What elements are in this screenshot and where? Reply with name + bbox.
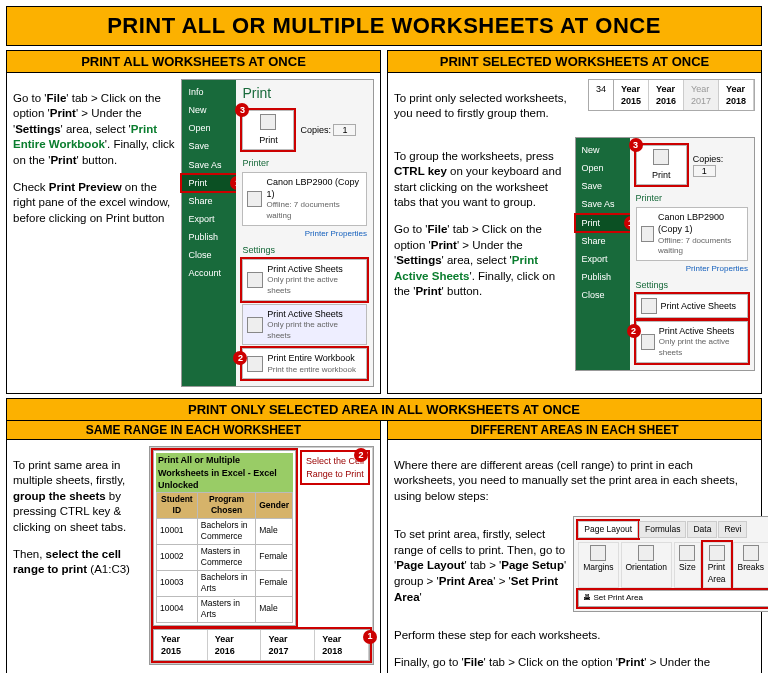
instruction-text: To group the worksheets, press CTRL key … [394, 149, 569, 211]
printer-icon [260, 114, 276, 130]
instruction-text: Then, select the cell range to print (A1… [13, 547, 143, 578]
instruction-text: Check Print Preview on the right pane of… [13, 180, 175, 227]
screenshot-ribbon: Page Layout Formulas Data Revi Margins O… [573, 516, 768, 612]
section-title: PRINT SELECTED WORKSHEETS AT ONCE [388, 51, 761, 73]
instruction-text: Finally, go to 'File' tab > Click on the… [394, 655, 755, 673]
tab-page-layout[interactable]: Page Layout [578, 521, 638, 538]
instruction-text: Go to 'File' tab > Click on the option '… [394, 222, 569, 300]
settings-dropdown[interactable]: Print Active SheetsOnly print the active… [242, 259, 367, 301]
option-entire-workbook[interactable]: Print Entire WorkbookPrint the entire wo… [242, 348, 367, 379]
print-button[interactable]: Print 3 [636, 145, 687, 185]
instruction-text: To print same area in multiple sheets, f… [13, 458, 143, 536]
sheet-icon [641, 298, 657, 314]
printer-icon [247, 191, 262, 207]
print-button[interactable]: Print 3 [242, 110, 294, 150]
subsection-title: DIFFERENT AREAS IN EACH SHEET [388, 421, 761, 440]
menu-print[interactable]: Print1 [182, 175, 236, 191]
instruction-text: To print only selected worksheets, you n… [394, 91, 582, 122]
screenshot-file-print: New Open Save Save As Print1 Share Expor… [575, 137, 756, 371]
sheet-icon [641, 334, 655, 350]
print-area-icon [709, 545, 725, 561]
instruction-text: Where there are different areas (cell ra… [394, 458, 755, 505]
set-print-area-option[interactable]: 🖶 Set Print Area [578, 590, 768, 607]
breaks-icon [743, 545, 759, 561]
section-print-selected: PRINT SELECTED WORKSHEETS AT ONCE To pri… [387, 50, 762, 394]
sheet-tabs-screenshot: 34 Year 2015 Year 2016 Year 2017 Year 20… [588, 79, 755, 111]
main-title: PRINT ALL OR MULTIPLE WORKSHEETS AT ONCE [6, 6, 762, 46]
option-active-sheets[interactable]: Print Active SheetsOnly print the active… [636, 321, 749, 363]
print-area-button[interactable]: Print Area [703, 542, 731, 588]
section-different-areas: DIFFERENT AREAS IN EACH SHEET Where ther… [387, 421, 762, 673]
margins-icon [590, 545, 606, 561]
printer-icon [653, 149, 669, 165]
section-same-range: SAME RANGE IN EACH WORKSHEET To print sa… [6, 421, 381, 673]
orientation-icon [638, 545, 654, 561]
instruction-text: To set print area, firstly, select range… [394, 527, 567, 605]
sheet-icon [247, 272, 263, 288]
instruction-text: Perform these step for each worksheets. [394, 628, 755, 644]
section-title: PRINT ONLY SELECTED AREA IN ALL WORKSHEE… [7, 399, 761, 421]
book-icon [247, 356, 263, 372]
printer-icon [641, 226, 655, 242]
screenshot-file-print: Info New Open Save Save As Print1 Share … [181, 79, 374, 387]
instruction-text: Go to 'File' tab > Click on the option '… [13, 91, 175, 169]
menu-print[interactable]: Print1 [576, 215, 630, 231]
section-print-all: PRINT ALL WORKSHEETS AT ONCE Go to 'File… [6, 50, 381, 394]
settings-dropdown[interactable]: Print Active Sheets [636, 294, 749, 318]
section-title: PRINT ALL WORKSHEETS AT ONCE [7, 51, 380, 73]
screenshot-worksheet: Print All or Multiple Worksheets in Exce… [149, 446, 374, 664]
size-icon [679, 545, 695, 561]
subsection-title: SAME RANGE IN EACH WORKSHEET [7, 421, 380, 440]
sheet-icon [247, 317, 263, 333]
